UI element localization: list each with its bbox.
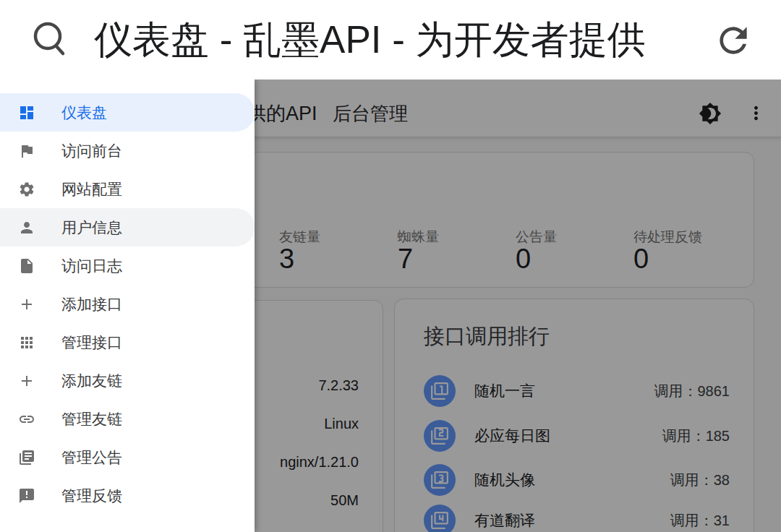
library-books-icon: [18, 449, 35, 466]
sidebar-item-label: 管理公告: [61, 447, 122, 468]
sidebar-item-label: 网站配置: [61, 179, 122, 200]
browser-top-bar: 仪表盘 - 乱墨API - 为开发者提供: [0, 0, 781, 80]
web-page: 供的API 后台管理 友链量 3 蜘蛛量 7 公告量 0 待处理反馈 0 7.2…: [0, 80, 781, 532]
refresh-icon[interactable]: [713, 20, 754, 61]
sidebar-item-access-log[interactable]: 访问日志: [0, 246, 255, 285]
plus-icon: [18, 372, 35, 390]
sidebar-item-add-api[interactable]: 添加接口: [0, 285, 255, 323]
link-icon: [18, 411, 35, 428]
sidebar-item-label: 访问前台: [61, 141, 122, 161]
sidebar-item-add-friend-link[interactable]: 添加友链: [0, 361, 255, 400]
apps-grid-icon: [18, 334, 35, 351]
person-icon: [18, 219, 35, 236]
sidebar-item-manage-friend-link[interactable]: 管理友链: [0, 400, 255, 438]
sidebar-item-manage-api[interactable]: 管理接口: [0, 323, 255, 361]
sidebar-item-site-config[interactable]: 网站配置: [0, 170, 255, 208]
document-icon: [18, 257, 35, 275]
sidebar-item-manage-feedback[interactable]: 管理反馈: [0, 476, 255, 515]
feedback-icon: [18, 487, 35, 505]
browser-title-wrap[interactable]: 仪表盘 - 乱墨API - 为开发者提供: [94, 0, 694, 80]
flag-icon: [18, 142, 35, 160]
plus-icon: [18, 296, 35, 313]
dashboard-icon: [18, 104, 35, 121]
title-fade-overlay: [680, 0, 694, 80]
sidebar-item-label: 管理反馈: [61, 486, 122, 506]
sidebar-item-label: 添加接口: [61, 294, 122, 314]
sidebar-item-user-info[interactable]: 用户信息: [0, 208, 255, 246]
sidebar-item-label: 仪表盘: [61, 103, 107, 123]
search-icon[interactable]: [29, 19, 69, 59]
sidebar-item-visit-frontend[interactable]: 访问前台: [0, 132, 255, 170]
sidebar-item-label: 访问日志: [61, 256, 122, 276]
sidebar-item-dashboard[interactable]: 仪表盘: [0, 93, 255, 132]
sidebar-item-label: 管理接口: [61, 332, 122, 353]
sidebar-item-manage-announcements[interactable]: 管理公告: [0, 438, 255, 476]
sidebar-item-label: 用户信息: [61, 218, 122, 238]
sidebar-item-label: 添加友链: [61, 371, 122, 391]
browser-page-title: 仪表盘 - 乱墨API - 为开发者提供: [94, 17, 646, 62]
gear-icon: [18, 181, 35, 198]
sidebar-item-label: 管理友链: [61, 409, 122, 429]
navigation-drawer: 仪表盘 访问前台 网站配置 用户信息 访问日志: [0, 80, 255, 532]
